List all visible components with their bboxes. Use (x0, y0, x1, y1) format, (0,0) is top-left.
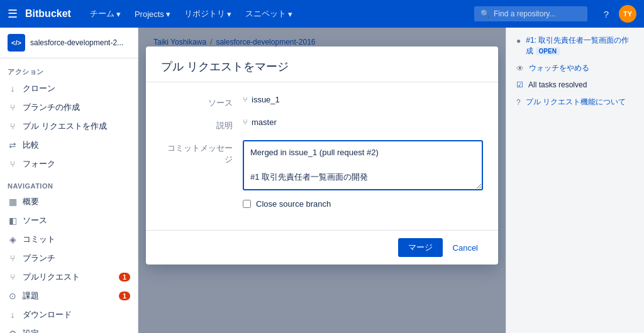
issues-icon: ⊙ (8, 291, 18, 301)
modal-checkbox-row: Close source branch (243, 199, 483, 209)
downloads-icon: ↓ (8, 310, 18, 320)
modal-desc-label: 説明 (161, 117, 243, 131)
issues-badge: 1 (119, 292, 130, 300)
search-placeholder: Find a repository... (494, 9, 555, 18)
rs-issue-icon: ● (516, 36, 521, 46)
actions-title: アクション (0, 58, 138, 79)
rs-help-text[interactable]: プル リクエスト機能について (526, 97, 626, 107)
overview-icon: ▦ (8, 197, 18, 207)
nav-projects[interactable]: Projects ▾ (128, 6, 177, 23)
hamburger-icon[interactable]: ☰ (8, 7, 18, 21)
modal-desc-field: 説明 ⑂ master (161, 117, 483, 131)
rs-item-tasks: ☑ All tasks resolved (516, 80, 634, 90)
nav-repositories[interactable]: リポジトリ ▾ (178, 4, 238, 23)
sidebar-action-compare[interactable]: ⇄ 比較 (0, 136, 138, 155)
modal-commit-label: コミットメッセージ (161, 140, 243, 165)
rs-tasks-text: All tasks resolved (528, 80, 587, 90)
search-bar[interactable]: 🔍 Find a repository... (474, 6, 587, 21)
main-layout: </> salesforce-development-2... アクション ↓ … (0, 28, 644, 333)
logo-text: Bitbucket (25, 8, 71, 19)
sidebar-item-commits[interactable]: ◈ コミット (0, 230, 138, 249)
modal-source-label: ソース (161, 95, 243, 109)
pullrequests-icon: ⑂ (8, 272, 18, 282)
rs-issue-badge: OPEN (536, 47, 560, 55)
rs-item-help[interactable]: ? プル リクエスト機能について (516, 97, 634, 108)
sidebar-action-create-pr[interactable]: ⑂ プル リクエストを作成 (0, 117, 138, 136)
nav-snippets[interactable]: スニペット ▾ (239, 4, 299, 23)
avatar[interactable]: TY (619, 5, 636, 23)
modal-source-field: ソース ⑂ issue_1 (161, 95, 483, 109)
sidebar-action-branch[interactable]: ⑂ ブランチの作成 (0, 98, 138, 117)
logo[interactable]: Bitbucket (25, 8, 71, 19)
modal-overlay: プル リクエストをマージ ソース ⑂ issue_1 説明 (138, 28, 506, 333)
commits-icon: ◈ (8, 234, 18, 244)
topnav-icons: ? TY (597, 5, 636, 23)
sidebar-action-fork[interactable]: ⑂ フォーク (0, 155, 138, 173)
sidebar-item-downloads[interactable]: ↓ ダウンロード (0, 305, 138, 324)
rs-tasks-icon: ☑ (516, 80, 523, 90)
modal-cancel-button[interactable]: Cancel (448, 239, 483, 256)
sidebar-item-branches[interactable]: ⑂ ブランチ (0, 249, 138, 268)
repo-name: salesforce-development-2... (30, 38, 123, 47)
fork-icon: ⑂ (8, 159, 18, 169)
rs-item-watch[interactable]: 👁 ウォッチをやめる (516, 63, 634, 74)
close-source-branch-label: Close source branch (256, 199, 331, 209)
repo-icon: </> (8, 34, 25, 52)
help-icon[interactable]: ? (597, 5, 615, 23)
sidebar-action-clone[interactable]: ↓ クローン (0, 79, 138, 98)
sidebar-item-pullrequests[interactable]: ⑂ プルリクエスト 1 (0, 268, 138, 287)
modal-title: プル リクエストをマージ (146, 46, 498, 82)
pullrequests-badge: 1 (119, 273, 130, 281)
chevron-down-icon: ▾ (288, 9, 292, 19)
chevron-down-icon: ▾ (227, 9, 231, 19)
sidebar: </> salesforce-development-2... アクション ↓ … (0, 28, 138, 333)
desc-branch-icon: ⑂ (243, 117, 248, 127)
branches-icon: ⑂ (8, 253, 18, 263)
compare-icon: ⇄ (8, 140, 18, 150)
rs-help-icon: ? (516, 97, 521, 108)
rs-issue-text: #1: 取引先責任者一覧画面の作成 OPEN (526, 35, 634, 57)
modal-source-text: issue_1 (252, 95, 280, 104)
nav-team[interactable]: チーム ▾ (84, 4, 127, 23)
sidebar-item-settings[interactable]: ⚙ 設定 (0, 324, 138, 333)
chevron-down-icon: ▾ (166, 9, 170, 19)
modal-footer: マージ Cancel (146, 230, 498, 265)
clone-icon: ↓ (8, 84, 18, 94)
topnav-nav: チーム ▾ Projects ▾ リポジトリ ▾ スニペット ▾ (84, 4, 469, 23)
pr-create-icon: ⑂ (8, 121, 18, 131)
sidebar-item-source[interactable]: ◧ ソース (0, 211, 138, 230)
source-icon: ◧ (8, 216, 18, 226)
rs-item-issue: ● #1: 取引先責任者一覧画面の作成 OPEN (516, 35, 634, 57)
nav-title: NAVIGATION (0, 173, 138, 192)
search-icon: 🔍 (480, 9, 490, 18)
right-sidebar: ● #1: 取引先責任者一覧画面の作成 OPEN 👁 ウォッチをやめる ☑ Al… (506, 28, 644, 333)
close-source-branch-checkbox[interactable] (243, 200, 251, 208)
modal-commit-field: コミットメッセージ Merged in issue_1 (pull reques… (161, 140, 483, 190)
modal-desc-value: ⑂ master (243, 117, 483, 127)
source-branch-icon: ⑂ (243, 95, 248, 104)
commit-message-input[interactable]: Merged in issue_1 (pull request #2) #1 取… (243, 140, 483, 190)
sidebar-item-overview[interactable]: ▦ 概要 (0, 192, 138, 211)
rs-watch-text[interactable]: ウォッチをやめる (529, 63, 589, 74)
settings-icon: ⚙ (8, 329, 18, 333)
modal-merge-button[interactable]: マージ (398, 238, 443, 257)
merge-modal: プル リクエストをマージ ソース ⑂ issue_1 説明 (146, 46, 498, 265)
modal-source-value: ⑂ issue_1 (243, 95, 483, 104)
sidebar-item-issues[interactable]: ⊙ 課題 1 (0, 287, 138, 305)
repo-item[interactable]: </> salesforce-development-2... (0, 28, 138, 58)
topnav: ☰ Bitbucket チーム ▾ Projects ▾ リポジトリ ▾ スニペ… (0, 0, 644, 28)
modal-desc-text: master (252, 117, 277, 127)
branch-icon: ⑂ (8, 102, 18, 112)
main-content: Taiki Yoshikawa / salesforce-development… (138, 28, 506, 333)
rs-watch-icon: 👁 (516, 63, 524, 74)
modal-body: ソース ⑂ issue_1 説明 ⑂ master (146, 82, 498, 230)
chevron-down-icon: ▾ (116, 9, 121, 19)
